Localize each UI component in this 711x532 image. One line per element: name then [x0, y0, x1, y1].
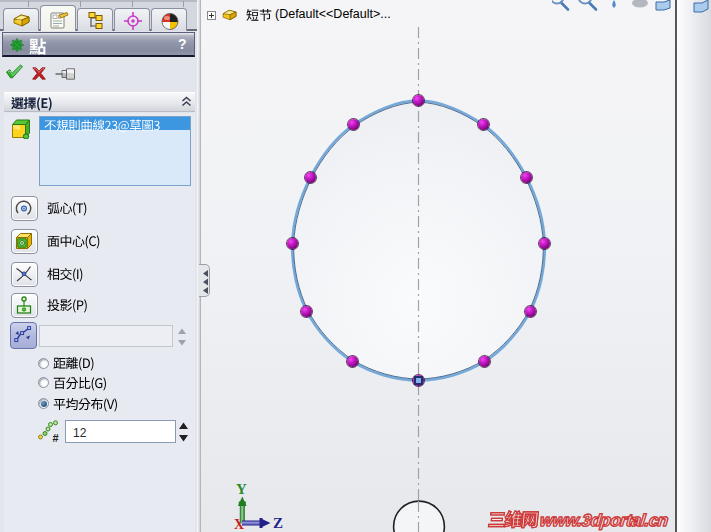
- svg-text:www.3dportal.cn: www.3dportal.cn: [539, 511, 669, 530]
- svg-text:Y: Y: [236, 481, 247, 497]
- svg-text:#: #: [53, 432, 59, 442]
- svg-text:Z: Z: [273, 515, 283, 531]
